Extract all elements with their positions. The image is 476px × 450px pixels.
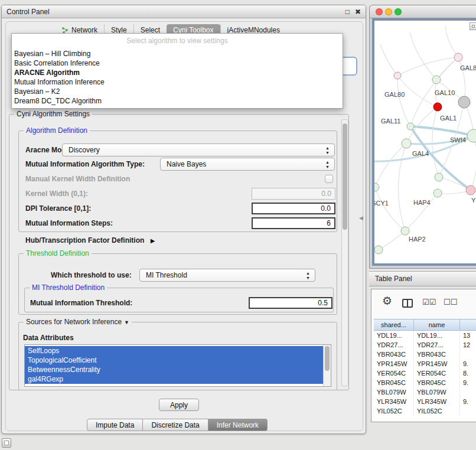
network-node[interactable]: [394, 72, 401, 79]
network-edge[interactable]: [445, 25, 458, 57]
network-node[interactable]: [433, 189, 442, 197]
node-label-gal4: GAL4: [412, 150, 429, 157]
which-threshold-combo[interactable]: MI Threshold: [139, 269, 315, 282]
network-node[interactable]: [454, 53, 462, 61]
control-panel-window: Control Panel □ ✖ NetworkStyleSelectCyni…: [1, 5, 366, 434]
network-node[interactable]: [374, 246, 383, 254]
attribute-item-topologicalcoefficient[interactable]: TopologicalCoefficient: [25, 356, 323, 365]
gear-icon[interactable]: ⚙: [382, 294, 392, 308]
algorithm-option-basic-correlation-inference[interactable]: Basic Correlation Inference: [12, 58, 343, 68]
network-node[interactable]: [458, 96, 470, 108]
table-row[interactable]: YBR043CYBR043C: [374, 350, 476, 359]
network-node[interactable]: [401, 227, 409, 235]
select-all-rows-icon[interactable]: ☑☑: [422, 298, 436, 306]
bottom-tab-discretize-data[interactable]: Discretize Data: [143, 419, 208, 431]
algorithm-option-bayesian-hill-climbing[interactable]: Bayesian – Hill Climbing: [12, 49, 343, 58]
bottom-tab-infer-network[interactable]: Infer Network: [208, 419, 268, 431]
dpi-tolerance-label: DPI Tolerance [0,1]:: [25, 204, 91, 213]
splitter-collapse-arrow[interactable]: ◀: [359, 215, 363, 221]
node-label-gal80: GAL80: [384, 91, 405, 98]
show-columns-icon[interactable]: [402, 299, 413, 308]
zoom-traffic-light[interactable]: [395, 8, 402, 15]
mi-threshold-label: Mutual Information Threshold:: [30, 299, 132, 307]
algorithm-option-mutual-information-inference[interactable]: Mutual Information Inference: [12, 77, 343, 87]
attribute-item-selfloops[interactable]: SelfLoops: [25, 346, 323, 356]
network-node[interactable]: [435, 173, 443, 181]
table-column-header-2[interactable]: [460, 319, 476, 330]
algorithm-option-dream8-dc-tdc-algorithm[interactable]: Dream8 DC_TDC Algorithm: [12, 96, 343, 106]
table-cell: YLR345W: [374, 397, 414, 406]
kernel-width-field[interactable]: 0.0: [252, 188, 335, 200]
table-row[interactable]: YBR045CYBR045C9.: [374, 378, 476, 387]
settings-scrollbar-thumb[interactable]: [343, 123, 347, 230]
network-view-titlebar[interactable]: [370, 5, 476, 18]
mi-steps-field[interactable]: 6: [252, 217, 335, 229]
network-view-frame: GAL80GAL80GAL10GAL11GAL1SWI4GAL4GCY1HAP4…: [372, 18, 476, 266]
table-body: YDL19...YDL19...13YDR27...YDR27...12YBR0…: [374, 331, 476, 422]
table-cell: YER054C: [374, 369, 414, 378]
hub-definition-toggle[interactable]: Hub/Transcription Factor Definition ▶: [25, 236, 155, 244]
deselect-all-rows-icon[interactable]: ☐☐: [444, 298, 457, 306]
network-edge[interactable]: [432, 107, 439, 177]
attributes-scrollbar-thumb[interactable]: [325, 346, 330, 371]
data-attributes-list[interactable]: SelfLoopsTopologicalCoefficientBetweenne…: [24, 344, 331, 387]
mi-type-combo[interactable]: Naive Bayes: [160, 158, 335, 171]
table-row[interactable]: YBL079WYBL079W: [374, 387, 476, 397]
table-cell: 9.: [460, 397, 476, 406]
algorithm-option-bayesian-k2[interactable]: Bayesian – K2: [12, 87, 343, 96]
control-panel-titlebar[interactable]: Control Panel □ ✖: [2, 5, 366, 18]
network-edge[interactable]: [380, 44, 397, 76]
table-row[interactable]: YLR345WYLR345W9.: [374, 397, 476, 406]
table-panel-titlebar[interactable]: Table Panel: [369, 271, 476, 286]
network-node[interactable]: [466, 185, 475, 195]
network-edge[interactable]: [379, 231, 405, 250]
network-edge[interactable]: [398, 144, 406, 231]
bottom-tab-impute-data[interactable]: Impute Data: [87, 419, 143, 431]
float-panel-icon[interactable]: □: [345, 8, 350, 16]
algorithm-option-aracne-algorithm[interactable]: ARACNE Algorithm: [12, 68, 343, 77]
close-traffic-light[interactable]: [376, 8, 383, 15]
collapsed-panel-icon[interactable]: [2, 438, 11, 448]
table-row[interactable]: YDR27...YDR27...12: [374, 340, 476, 350]
mi-threshold-field[interactable]: 0.5: [249, 297, 332, 309]
table-cell: [460, 406, 476, 416]
birdseye-corner-icon[interactable]: [470, 22, 476, 30]
manual-kernel-checkbox[interactable]: [325, 175, 333, 183]
attributes-scrollbar[interactable]: [323, 345, 331, 386]
table-cell: YDR27...: [414, 340, 460, 350]
attribute-item-betweennesscentrality[interactable]: BetweennessCentrality: [25, 365, 323, 374]
network-node[interactable]: [374, 183, 379, 191]
network-node[interactable]: [402, 139, 411, 148]
table-row[interactable]: YPR145WYPR145W9.: [374, 359, 476, 369]
network-node[interactable]: [433, 103, 442, 111]
table-row[interactable]: YER054CYER054C8.: [374, 369, 476, 378]
network-edge[interactable]: [471, 136, 476, 190]
sources-legend[interactable]: Sources for Network Inference▼: [24, 318, 132, 326]
network-node[interactable]: [432, 76, 441, 84]
settings-scrollbar[interactable]: [341, 119, 348, 386]
network-canvas[interactable]: GAL80GAL80GAL10GAL11GAL1SWI4GAL4GCY1HAP4…: [374, 21, 476, 263]
dpi-tolerance-field[interactable]: 0.0: [252, 203, 335, 214]
network-edge[interactable]: [410, 126, 474, 136]
close-panel-icon[interactable]: ✖: [355, 8, 361, 16]
which-threshold-label: Which threshold to use:: [51, 271, 132, 279]
table-cell: YBR043C: [414, 350, 460, 359]
apply-button[interactable]: Apply: [159, 399, 199, 411]
node-label-gal11: GAL11: [381, 118, 400, 125]
table-cell: YDL19...: [374, 331, 414, 340]
network-edge[interactable]: [410, 32, 436, 80]
aracne-mode-combo[interactable]: Discovery: [62, 144, 335, 156]
network-node[interactable]: [407, 123, 414, 130]
table-row[interactable]: YIL052CYIL052C: [374, 406, 476, 416]
network-edge[interactable]: [375, 144, 406, 187]
combo-arrows-icon: [325, 146, 330, 155]
table-row[interactable]: YDL19...YDL19...13: [374, 331, 476, 340]
attribute-item-gal4rgexp[interactable]: gal4RGexp: [25, 374, 323, 384]
table-cell: 9.: [460, 359, 476, 369]
table-column-header-name[interactable]: name: [414, 319, 460, 330]
network-edge[interactable]: [375, 187, 405, 231]
minimize-traffic-light[interactable]: [385, 8, 392, 15]
table-column-header-shared-[interactable]: shared...: [374, 319, 414, 330]
network-node[interactable]: [467, 129, 476, 142]
table-cell: 13: [460, 331, 476, 340]
